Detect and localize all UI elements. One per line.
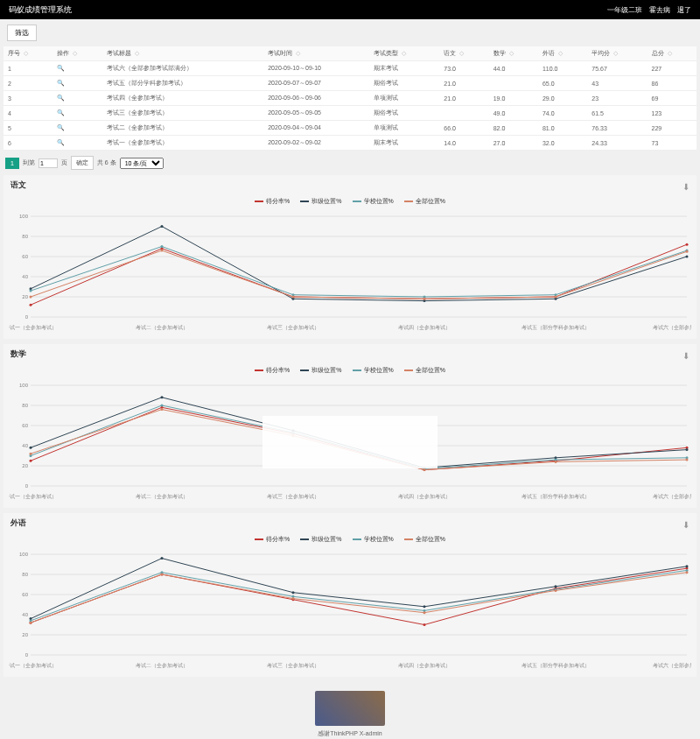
view-icon[interactable]: 🔍	[57, 80, 65, 86]
legend-item[interactable]: 全部位置%	[404, 366, 445, 375]
svg-text:100: 100	[19, 552, 29, 557]
page-input[interactable]	[38, 158, 58, 168]
svg-point-112	[555, 585, 557, 588]
table-row: 2 🔍 考试五（部分学科参加考试） 2020-09-07～09-07 期俗考试 …	[4, 76, 696, 91]
column-header[interactable]: 外语 ◇	[538, 46, 587, 61]
svg-point-18	[30, 304, 32, 306]
svg-text:20: 20	[22, 294, 28, 299]
data-table: 序号 ◇操作 ◇考试标题 ◇考试时间 ◇考试类型 ◇语文 ◇数学 ◇外语 ◇平均…	[4, 46, 696, 151]
footer-image	[315, 691, 385, 726]
page-unit: 页	[61, 158, 67, 167]
legend-item[interactable]: 全部位置%	[404, 197, 445, 206]
column-header[interactable]: 语文 ◇	[439, 46, 488, 61]
sort-icon[interactable]: ◇	[73, 50, 77, 56]
topbar: 码蚁成绩管理系统 一年级二班 霍去病 退了	[0, 0, 700, 19]
svg-text:80: 80	[22, 572, 28, 577]
page-1-button[interactable]: 1	[5, 158, 19, 169]
legend-item[interactable]: 全部位置%	[404, 535, 445, 544]
class-link[interactable]: 一年级二班	[607, 5, 642, 15]
svg-text:100: 100	[19, 383, 29, 388]
svg-text:100: 100	[19, 214, 29, 219]
column-header[interactable]: 序号 ◇	[4, 46, 52, 61]
view-icon[interactable]: 🔍	[57, 65, 65, 71]
logout-link[interactable]: 退了	[677, 5, 691, 15]
student-link[interactable]: 霍去病	[649, 5, 670, 15]
sort-icon[interactable]: ◇	[558, 50, 563, 56]
download-icon[interactable]: ⬇	[682, 520, 690, 530]
goto-label: 到第	[23, 158, 35, 167]
svg-text:60: 60	[22, 423, 28, 428]
svg-point-105	[424, 623, 426, 626]
chart-title: 外语	[4, 513, 696, 533]
legend-item[interactable]: 得分率%	[255, 197, 290, 206]
sort-icon[interactable]: ◇	[509, 50, 514, 56]
svg-text:考试六（全部参加考试部满分: 考试六（全部参加考试部满分	[653, 493, 691, 500]
sort-icon[interactable]: ◇	[402, 50, 406, 56]
svg-text:考试三（全参加考试）: 考试三（全参加考试）	[267, 325, 319, 331]
svg-text:考试一（全参加考试）: 考试一（全参加考试）	[9, 325, 57, 331]
svg-point-60	[30, 460, 32, 462]
per-page-select[interactable]: 10 条/页	[120, 158, 164, 169]
legend-item[interactable]: 班级位置%	[300, 535, 341, 544]
table-row: 1 🔍 考试六（全部参加考试部满分） 2020-09-10～09-10 期末考试…	[4, 61, 696, 76]
column-header[interactable]: 平均分 ◇	[587, 46, 647, 61]
chart-title: 数学	[4, 344, 696, 364]
download-icon[interactable]: ⬇	[682, 351, 690, 361]
svg-point-38	[292, 296, 295, 299]
svg-point-25	[161, 225, 164, 228]
column-header[interactable]: 总分 ◇	[648, 46, 696, 61]
svg-point-66	[30, 447, 32, 449]
column-header[interactable]: 考试类型 ◇	[369, 46, 439, 61]
sort-icon[interactable]: ◇	[459, 50, 464, 56]
sort-icon[interactable]: ◇	[296, 50, 300, 56]
legend-item[interactable]: 得分率%	[255, 366, 290, 375]
view-icon[interactable]: 🔍	[57, 139, 65, 145]
svg-point-82	[555, 461, 557, 463]
column-header[interactable]: 数学 ◇	[489, 46, 538, 61]
svg-text:60: 60	[22, 592, 28, 597]
legend-item[interactable]: 学校位置%	[353, 366, 394, 375]
filter-button[interactable]: 筛选	[7, 25, 37, 41]
view-icon[interactable]: 🔍	[57, 124, 65, 130]
chart-body: 020406080100考试一（全参加考试）考试二（全参加考试）考试三（全参加考…	[4, 377, 696, 508]
legend-item[interactable]: 得分率%	[255, 535, 290, 544]
svg-point-71	[686, 448, 689, 451]
svg-point-23	[686, 243, 689, 246]
chart-body: 020406080100考试一（全参加考试）考试二（全参加考试）考试三（全参加考…	[4, 208, 696, 339]
svg-point-125	[686, 571, 689, 574]
sort-icon[interactable]: ◇	[668, 50, 672, 56]
svg-point-110	[292, 591, 295, 594]
view-icon[interactable]: 🔍	[57, 109, 65, 116]
total-label: 共 6 条	[97, 158, 116, 167]
svg-point-37	[161, 250, 164, 252]
sort-icon[interactable]: ◇	[24, 50, 28, 56]
svg-point-81	[424, 468, 426, 471]
sort-icon[interactable]: ◇	[135, 50, 139, 56]
svg-text:0: 0	[25, 483, 29, 489]
svg-text:80: 80	[22, 234, 28, 239]
download-icon[interactable]: ⬇	[682, 182, 690, 192]
svg-point-40	[555, 296, 557, 299]
legend-item[interactable]: 班级位置%	[300, 197, 341, 206]
svg-text:20: 20	[22, 463, 28, 468]
svg-point-30	[30, 290, 32, 292]
column-header[interactable]: 考试时间 ◇	[263, 46, 369, 61]
chart-legend: 得分率%班级位置%学校位置%全部位置%	[4, 364, 696, 377]
sort-icon[interactable]: ◇	[613, 50, 618, 56]
column-header[interactable]: 操作 ◇	[52, 46, 102, 61]
chart-legend: 得分率%班级位置%学校位置%全部位置%	[4, 533, 696, 545]
table-row: 6 🔍 考试一（全参加考试） 2020-09-02～09-02 期末考试 14.…	[4, 136, 696, 151]
svg-text:20: 20	[22, 632, 28, 637]
column-header[interactable]: 考试标题 ◇	[102, 46, 264, 61]
legend-item[interactable]: 学校位置%	[353, 535, 394, 544]
svg-point-111	[424, 605, 426, 608]
confirm-button[interactable]: 确定	[71, 156, 94, 170]
chart-数学: 数学 ⬇ 得分率%班级位置%学校位置%全部位置% 020406080100考试一…	[4, 344, 696, 508]
svg-text:60: 60	[22, 254, 28, 259]
svg-text:考试四（全参加考试）: 考试四（全参加考试）	[398, 494, 451, 500]
svg-text:考试三（全参加考试）: 考试三（全参加考试）	[267, 494, 319, 500]
svg-text:考试五（部分学科参加考试）: 考试五（部分学科参加考试）	[522, 662, 590, 669]
legend-item[interactable]: 班级位置%	[300, 366, 341, 375]
legend-item[interactable]: 学校位置%	[353, 197, 394, 206]
view-icon[interactable]: 🔍	[57, 95, 65, 101]
